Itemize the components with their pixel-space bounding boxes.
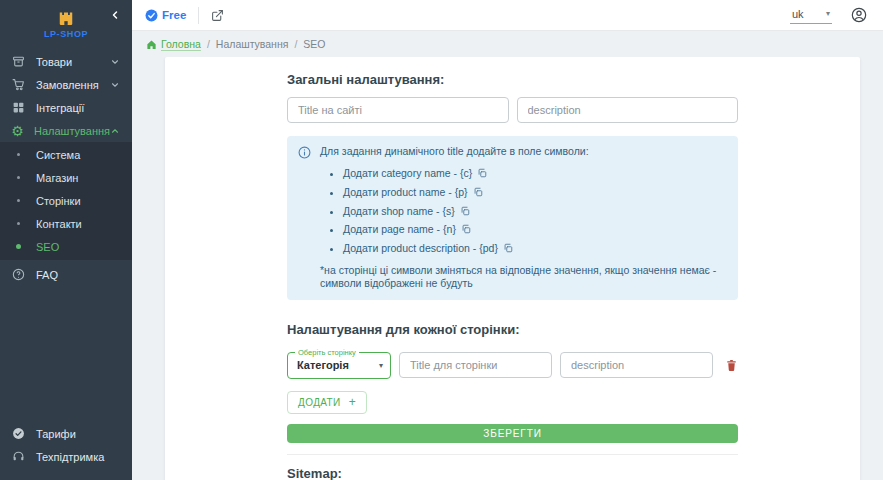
breadcrumb-level1: Налаштування bbox=[216, 38, 289, 50]
token-list: Додати category name - {c} Додати produc… bbox=[330, 166, 726, 255]
breadcrumb-separator: / bbox=[294, 38, 297, 50]
per-page-row: Оберіть сторінку Категорія ▾ bbox=[287, 352, 738, 379]
breadcrumb: Головна / Налаштування / SEO bbox=[132, 31, 883, 57]
page-select-value: Категорія bbox=[297, 359, 379, 371]
topbar-divider bbox=[198, 7, 199, 24]
sidebar-item-support[interactable]: Техпідтримка bbox=[0, 445, 132, 468]
copy-icon[interactable] bbox=[503, 243, 513, 253]
sitemap-heading: Sitemap: bbox=[287, 466, 738, 480]
caret-down-icon: ▾ bbox=[379, 361, 383, 370]
sidebar-bottom: Тарифи Техпідтримка bbox=[0, 422, 132, 480]
copy-icon[interactable] bbox=[460, 206, 470, 216]
sidebar-item-integrations[interactable]: Інтеграції bbox=[0, 96, 132, 119]
page-select-label: Оберіть сторінку bbox=[295, 348, 359, 357]
copy-icon[interactable] bbox=[473, 187, 483, 197]
grid-icon bbox=[10, 101, 27, 114]
section-divider bbox=[287, 454, 738, 455]
seo-settings-card: Загальні налаштування: Для задання динам… bbox=[165, 57, 860, 480]
info-icon bbox=[298, 146, 311, 290]
sidebar-header: LP-SHOP bbox=[0, 0, 132, 46]
app-window: LP-SHOP Товари Замовлення bbox=[0, 0, 883, 480]
token-item: Додати shop name - {s} bbox=[343, 204, 726, 219]
shopping-bag-logo-icon bbox=[56, 7, 76, 27]
token-item: Додати category name - {c} bbox=[343, 166, 726, 181]
topbar: Free uk ▾ bbox=[132, 0, 883, 31]
general-inputs-row bbox=[287, 97, 738, 123]
token-item: Додати product name - {p} bbox=[343, 185, 726, 200]
page-select[interactable]: Оберіть сторінку Категорія ▾ bbox=[287, 352, 391, 379]
add-page-button[interactable]: ДОДАТИ+ bbox=[287, 391, 367, 414]
plus-icon: + bbox=[349, 398, 356, 406]
settings-submenu: Система Магазин Сторінки Контакти SEO bbox=[0, 142, 132, 260]
bullet-icon bbox=[10, 244, 27, 249]
brand-name: LP-SHOP bbox=[44, 29, 88, 39]
breadcrumb-home-link[interactable]: Головна bbox=[146, 38, 201, 50]
sidebar-subitem-contacts[interactable]: Контакти bbox=[0, 212, 132, 235]
per-page-settings-heading: Налаштування для кожної сторінки: bbox=[287, 322, 738, 337]
topbar-right: uk ▾ bbox=[790, 7, 867, 24]
sidebar-item-tariffs[interactable]: Тарифи bbox=[0, 422, 132, 445]
caret-down-icon: ▾ bbox=[826, 9, 830, 18]
cart-icon bbox=[10, 78, 27, 91]
sidebar-subitem-seo[interactable]: SEO bbox=[0, 235, 132, 258]
bullet-icon bbox=[10, 199, 27, 202]
sidebar: LP-SHOP Товари Замовлення bbox=[0, 0, 132, 480]
chevron-down-icon bbox=[110, 57, 120, 67]
save-button[interactable]: ЗБЕРЕГТИ bbox=[287, 424, 738, 443]
general-settings-heading: Загальні налаштування: bbox=[287, 72, 738, 87]
external-link-icon[interactable] bbox=[211, 9, 224, 22]
site-description-input[interactable] bbox=[517, 97, 739, 123]
chevron-down-icon bbox=[110, 80, 120, 90]
plan-badge[interactable]: Free bbox=[145, 9, 186, 22]
bullet-icon bbox=[10, 153, 27, 156]
sidebar-item-orders[interactable]: Замовлення bbox=[0, 73, 132, 96]
sidebar-collapse-icon[interactable] bbox=[107, 7, 123, 23]
page-description-input[interactable] bbox=[560, 352, 713, 378]
verified-check-icon bbox=[145, 9, 158, 22]
infobox-footnote: *на сторінці ці символи зміняться на від… bbox=[320, 264, 726, 290]
site-title-input[interactable] bbox=[287, 97, 509, 123]
infobox-intro: Для задання динамічного title додайте в … bbox=[320, 145, 726, 158]
check-circle-icon bbox=[10, 427, 27, 440]
page-title-input[interactable] bbox=[399, 352, 552, 378]
account-icon[interactable] bbox=[851, 7, 867, 23]
sidebar-subitem-pages[interactable]: Сторінки bbox=[0, 189, 132, 212]
sidebar-item-settings[interactable]: ⚙ Налаштування bbox=[0, 119, 132, 142]
delete-row-trash-icon[interactable] bbox=[725, 359, 738, 372]
sidebar-nav: Товари Замовлення Інтеграції bbox=[0, 50, 132, 286]
content-area: Загальні налаштування: Для задання динам… bbox=[132, 57, 883, 480]
sidebar-subitem-shop[interactable]: Магазин bbox=[0, 166, 132, 189]
bullet-icon bbox=[10, 176, 27, 179]
token-item: Додати product description - {pd} bbox=[343, 241, 726, 256]
gear-icon: ⚙ bbox=[10, 124, 25, 138]
main-area: Free uk ▾ Головна bbox=[132, 0, 883, 480]
home-icon bbox=[146, 39, 157, 50]
bullet-icon bbox=[10, 222, 27, 225]
sidebar-item-products[interactable]: Товари bbox=[0, 50, 132, 73]
breadcrumb-separator: / bbox=[207, 38, 210, 50]
box-icon bbox=[10, 55, 27, 68]
breadcrumb-level2: SEO bbox=[303, 38, 325, 50]
sidebar-subitem-system[interactable]: Система bbox=[0, 143, 132, 166]
dynamic-title-infobox: Для задання динамічного title додайте в … bbox=[287, 136, 738, 300]
copy-icon[interactable] bbox=[477, 168, 487, 178]
sidebar-item-faq[interactable]: FAQ bbox=[0, 263, 132, 286]
copy-icon[interactable] bbox=[461, 224, 471, 234]
language-select[interactable]: uk ▾ bbox=[790, 7, 832, 24]
token-item: Додати page name - {n} bbox=[343, 222, 726, 237]
brand-logo[interactable]: LP-SHOP bbox=[44, 7, 88, 39]
help-circle-icon bbox=[10, 268, 27, 281]
headset-icon bbox=[10, 450, 27, 463]
chevron-up-icon bbox=[110, 126, 120, 136]
